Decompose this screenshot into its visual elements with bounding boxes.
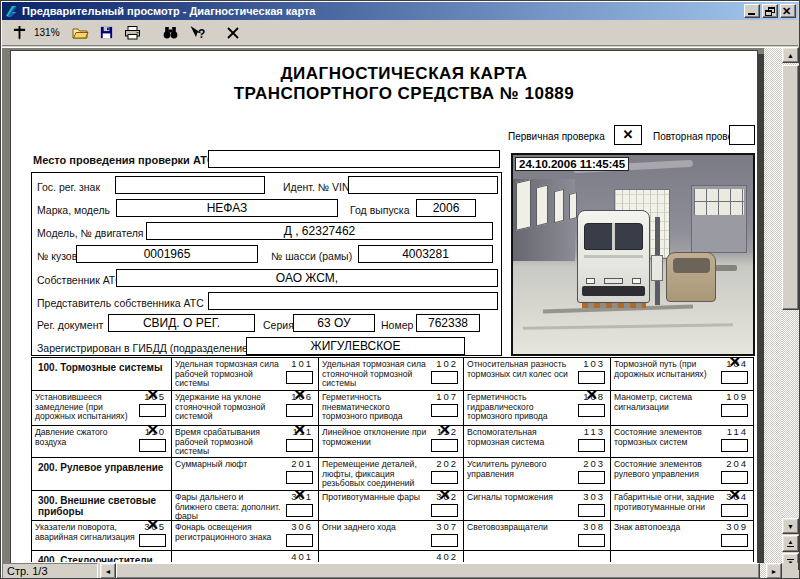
year-label: Год выпуска <box>350 204 410 216</box>
cell-code: 114 <box>727 427 748 438</box>
cell-checkbox <box>721 404 748 417</box>
table-cell-108: Герметичность гидравлического тормозного… <box>464 391 611 426</box>
scroll-up-button[interactable]: ▲ <box>782 47 799 63</box>
zoom-tool-button[interactable] <box>8 22 30 44</box>
cell-checkbox <box>286 404 313 417</box>
chassis-label: № шасси (рамы) <box>271 250 352 262</box>
gos-reg-label: Гос. рег. знак <box>37 181 100 193</box>
cell-checkbox <box>139 404 166 417</box>
table-cell-103: Относительная разность тормозных сил кол… <box>464 358 611 391</box>
reg-document-label: Рег. документ <box>37 319 103 331</box>
binoculars-icon <box>162 25 179 40</box>
cell-checkbox <box>431 534 458 547</box>
table-cell-111: Время срабатывания рабочей тормозной сис… <box>172 426 319 458</box>
printer-icon <box>124 25 141 41</box>
engine-field: Д , 62327462 <box>146 222 493 240</box>
save-floppy-icon <box>99 25 114 40</box>
table-cell-302: Противотуманные фары302✕ <box>319 491 464 521</box>
save-button[interactable] <box>96 22 118 44</box>
representative-field <box>208 292 498 310</box>
cell-x-mark: ✕ <box>146 391 159 404</box>
close-preview-button[interactable] <box>222 22 244 44</box>
table-cell-r7c1: 400. Стеклоочистители <box>32 551 172 562</box>
cell-checkbox <box>286 439 313 452</box>
cell-checkbox <box>431 371 458 384</box>
cell-code: 113 <box>584 427 605 438</box>
scroll-left-button[interactable]: ◄ <box>100 563 116 579</box>
page-shadow <box>758 54 764 563</box>
prev-page-button[interactable]: ▲ <box>782 535 799 552</box>
close-button[interactable]: ✕ <box>780 4 796 18</box>
cell-checkbox <box>139 534 166 547</box>
cell-checkbox <box>721 471 748 484</box>
open-button[interactable] <box>70 22 92 44</box>
table-cell-104: Тормозной путь (при дорожных испытаниях)… <box>611 358 754 391</box>
scroll-right-button[interactable]: ► <box>766 563 782 579</box>
cell-code: 306 <box>291 522 313 533</box>
cell-checkbox <box>578 404 605 417</box>
cell-x-mark: ✕ <box>293 426 306 439</box>
place-field <box>208 150 500 168</box>
minimize-button[interactable] <box>744 4 760 18</box>
cell-x-mark: ✕ <box>438 491 451 504</box>
table-cell-113: Вспомогательная тормозная система113 <box>464 426 611 458</box>
cell-label: 400. Стеклоочистители <box>32 551 171 562</box>
make-field: НЕФАЗ <box>116 199 338 217</box>
vertical-scrollbar: ▲ ▼ ▲ ▼ <box>782 47 799 570</box>
table-cell-304: Габаритные огни, задние противотуманные … <box>611 491 754 521</box>
zoom-cross-icon <box>12 25 27 40</box>
vscroll-thumb[interactable] <box>782 65 799 310</box>
table-cell-114: Состояние элементов тормозных систем114 <box>611 426 754 458</box>
cell-code: 309 <box>726 522 748 533</box>
table-cell-110: Давление сжатого воздуха110✕ <box>32 426 172 458</box>
table-cell-102: Удельная тормозная сила стояночной тормо… <box>319 358 464 391</box>
preview-window: Предварительный просмотр - Диагностическ… <box>0 0 800 579</box>
table-cell-303: Сигналы торможения303 <box>464 491 611 521</box>
cell-checkbox <box>578 439 605 452</box>
table-cell-307: Огни заднего хода307 <box>319 521 464 551</box>
zoom-level-label: 131% <box>34 27 60 38</box>
place-label: Место проведения проверки АТС: <box>33 154 219 166</box>
number-field: 762338 <box>416 314 480 332</box>
cell-code: 202 <box>436 459 458 470</box>
cell-code: 109 <box>726 392 748 403</box>
table-cell-203: Усилитель рулевого управления203 <box>464 458 611 491</box>
body-number-field: 0001965 <box>76 245 258 263</box>
photo-bus <box>577 210 650 303</box>
restore-button[interactable] <box>762 4 778 18</box>
cell-checkbox <box>431 471 458 484</box>
hscroll-thumb[interactable] <box>116 563 760 579</box>
cell-checkbox <box>139 439 166 452</box>
cell-x-mark: ✕ <box>146 521 159 534</box>
context-help-button[interactable]: ? <box>186 22 208 44</box>
scroll-down-button[interactable]: ▼ <box>782 518 799 534</box>
photo-timestamp: 24.10.2006 11:45:45 <box>515 157 629 171</box>
table-cell-107: Герметичность пневматического тормозного… <box>319 391 464 426</box>
gibdd-label: Зарегистрирован в ГИБДД (подразделение) <box>37 342 251 354</box>
bottom-bar: Стр. 1/3 ◄ ► <box>2 563 798 579</box>
table-cell-r4c1: 200. Рулевое управление <box>32 458 172 491</box>
app-icon <box>4 4 19 18</box>
table-cell-401: 401 <box>172 551 319 562</box>
cell-x-mark: ✕ <box>728 358 741 371</box>
window-title: Предварительный просмотр - Диагностическ… <box>22 5 740 17</box>
cell-label: 100. Тормозные системы <box>32 358 171 373</box>
cell-checkbox <box>431 404 458 417</box>
cell-x-mark: ✕ <box>728 491 741 504</box>
cell-checkbox <box>721 504 748 517</box>
cell-checkbox <box>431 504 458 517</box>
print-button[interactable] <box>122 22 144 44</box>
table-cell-202: Перемещение деталей, люфты, фиксация рез… <box>319 458 464 491</box>
number-label: Номер <box>381 319 413 331</box>
cell-checkbox <box>431 439 458 452</box>
find-button[interactable] <box>160 22 182 44</box>
cell-label: 200. Рулевое управление <box>32 458 171 473</box>
cell-label: 300. Внешние световые приборы <box>32 491 171 517</box>
cell-checkbox <box>286 471 313 484</box>
make-label: Марка, модель <box>37 204 110 216</box>
help-arrow-icon: ? <box>188 25 205 41</box>
photo-door-windows <box>694 189 744 215</box>
photo-car <box>666 252 716 302</box>
cell-code: 307 <box>436 522 458 533</box>
cell-checkbox <box>578 471 605 484</box>
